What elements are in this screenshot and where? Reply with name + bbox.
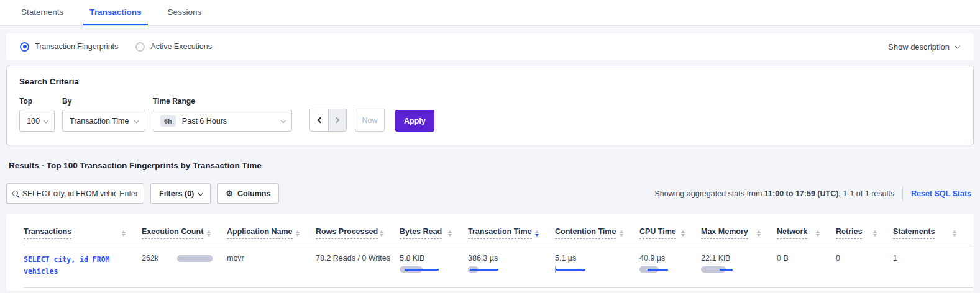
sort-icon	[953, 230, 956, 237]
time-range-label: Time Range	[153, 97, 292, 106]
chevron-left-icon	[317, 117, 323, 124]
search-input[interactable]	[22, 189, 116, 198]
table-header-row: Transactions Execution Count Application…	[24, 220, 973, 245]
sort-icon-active-desc	[535, 230, 539, 237]
now-button[interactable]: Now	[355, 109, 385, 132]
column-label: Max Memory	[701, 227, 748, 239]
by-select[interactable]: Transaction Time	[62, 110, 145, 132]
search-criteria-title: Search Criteria	[19, 77, 961, 86]
gear-icon: ⚙	[226, 189, 233, 197]
column-header-bytes-read[interactable]: Bytes Read	[400, 220, 468, 245]
by-select-value: Transaction Time	[70, 117, 134, 125]
radio-transaction-fingerprints[interactable]: Transaction Fingerprints	[20, 42, 118, 52]
chevron-down-icon	[280, 118, 285, 123]
tab-sessions[interactable]: Sessions	[162, 0, 208, 25]
top-label: Top	[19, 97, 55, 106]
chevron-down-icon	[134, 118, 139, 123]
results-controls: Enter Filters (0) ⚙ Columns Showing aggr…	[6, 183, 974, 204]
stat-bar	[177, 255, 213, 262]
network-value: 0 B	[777, 254, 789, 263]
column-label: Statements	[893, 227, 935, 239]
column-label: Retries	[836, 227, 862, 239]
filters-label: Filters (0)	[159, 189, 194, 198]
sort-icon	[380, 230, 383, 237]
tab-transactions[interactable]: Transactions	[83, 0, 147, 25]
application-name-value: movr	[227, 254, 244, 263]
sort-icon	[681, 230, 685, 237]
search-criteria-controls: Top 100 By Transaction Time Time Range 6…	[19, 97, 961, 132]
radio-label: Transaction Fingerprints	[35, 42, 118, 51]
stat-bar	[639, 266, 696, 273]
apply-button[interactable]: Apply	[395, 110, 434, 132]
transactions-table: Transactions Execution Count Application…	[24, 220, 973, 288]
column-header-contention-time[interactable]: Contention Time	[555, 220, 639, 245]
time-range-value: Past 6 Hours	[182, 117, 281, 125]
column-label: CPU Time	[639, 227, 676, 239]
transaction-time-value: 386.3 µs	[468, 254, 498, 263]
reset-sql-stats-link[interactable]: Reset SQL Stats	[911, 189, 971, 198]
enter-hint: Enter	[119, 189, 138, 198]
previous-time-range-button[interactable]	[310, 109, 328, 131]
transaction-fingerprint-link[interactable]: SELECT city, id FROM vehicles	[24, 254, 131, 277]
page-tabs: Statements Transactions Sessions	[0, 0, 980, 26]
next-time-range-button[interactable]	[328, 109, 346, 131]
radio-active-executions[interactable]: Active Executions	[135, 42, 212, 52]
column-header-execution-count[interactable]: Execution Count	[142, 220, 227, 245]
stat-bar	[468, 266, 550, 273]
chevron-down-icon	[43, 118, 48, 123]
column-header-application-name[interactable]: Application Name	[227, 220, 316, 245]
show-description-toggle[interactable]: Show description	[888, 42, 959, 52]
column-label: Bytes Read	[400, 227, 442, 239]
column-header-max-memory[interactable]: Max Memory	[701, 220, 777, 245]
columns-button[interactable]: ⚙ Columns	[217, 183, 279, 204]
aggregated-stats-text: Showing aggregated stats from 11:00 to 1…	[654, 189, 894, 198]
by-label: By	[62, 97, 145, 106]
column-label: Application Name	[227, 227, 293, 239]
columns-label: Columns	[237, 189, 270, 198]
sort-icon	[757, 230, 761, 237]
column-header-transactions[interactable]: Transactions	[24, 220, 142, 245]
sort-icon	[873, 230, 877, 237]
column-label: Network	[777, 227, 807, 239]
bytes-read-value: 5.8 KiB	[400, 254, 424, 263]
cpu-time-value: 40.9 µs	[639, 254, 665, 263]
column-header-network[interactable]: Network	[777, 220, 836, 245]
vertical-divider	[902, 186, 903, 201]
sort-icon	[448, 230, 452, 237]
top-select-value: 100	[27, 117, 44, 125]
column-header-transaction-time[interactable]: Transaction Time	[468, 220, 555, 245]
time-range-badge: 6h	[160, 115, 176, 127]
sort-icon	[296, 230, 300, 237]
stat-bar	[400, 266, 463, 273]
column-label: Contention Time	[555, 227, 616, 239]
stat-bar	[555, 266, 634, 273]
column-header-statements[interactable]: Statements	[893, 220, 973, 245]
top-select[interactable]: 100	[19, 110, 55, 132]
column-header-retries[interactable]: Retries	[836, 220, 893, 245]
time-range-select[interactable]: 6h Past 6 Hours	[153, 110, 292, 132]
column-label: Rows Processed	[316, 227, 378, 239]
by-field: By Transaction Time	[62, 97, 145, 132]
retries-value: 0	[836, 254, 840, 263]
time-range-arrows	[309, 109, 347, 132]
statement-search-box: Enter	[6, 183, 144, 204]
sort-icon	[816, 230, 820, 237]
filters-button[interactable]: Filters (0)	[150, 183, 211, 204]
chevron-right-icon	[334, 117, 340, 124]
sort-icon	[207, 230, 211, 237]
sort-icon	[620, 230, 623, 237]
table-row: SELECT city, id FROM vehicles 262k movr …	[24, 245, 973, 288]
results-table-card: Transactions Execution Count Application…	[6, 214, 974, 291]
chevron-down-icon	[198, 191, 203, 196]
execution-count-value: 262k	[142, 254, 158, 263]
show-description-label: Show description	[888, 42, 950, 52]
tab-statements[interactable]: Statements	[15, 0, 70, 25]
search-criteria-card: Search Criteria Top 100 By Transaction T…	[6, 66, 974, 145]
stats-range: 11:00 to 17:59 (UTC)	[764, 189, 838, 198]
view-toggle-group: Transaction Fingerprints Active Executio…	[20, 42, 212, 52]
radio-unselected-icon	[135, 42, 145, 52]
top-field: Top 100	[19, 97, 55, 132]
radio-selected-icon	[20, 42, 29, 52]
column-header-rows-processed[interactable]: Rows Processed	[316, 220, 400, 245]
column-header-cpu-time[interactable]: CPU Time	[639, 220, 701, 245]
